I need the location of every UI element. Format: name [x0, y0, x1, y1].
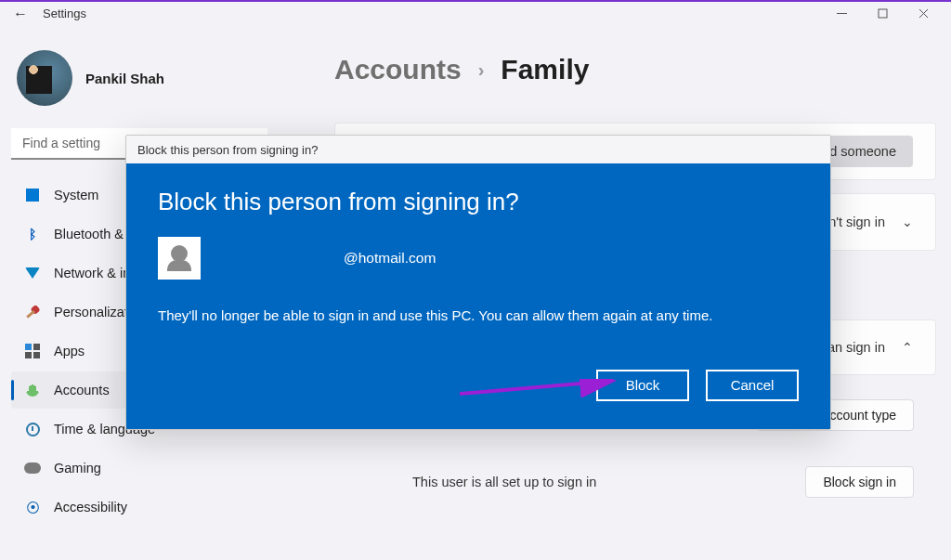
breadcrumb-current: Family	[501, 54, 589, 85]
sidebar-item-label: Gaming	[54, 461, 101, 475]
block-signin-dialog: Block this person from signing in? Block…	[125, 135, 831, 430]
block-sign-in-button[interactable]: Block sign in	[805, 466, 914, 498]
svg-rect-1	[879, 9, 887, 18]
dialog-heading: Block this person from signing in?	[158, 188, 799, 216]
breadcrumb: Accounts › Family	[334, 54, 936, 85]
sidebar-item-label: Apps	[54, 344, 85, 358]
sidebar-item-label: Accessibility	[54, 500, 127, 514]
signin-ready-row: This user is all set up to sign in Block…	[334, 455, 936, 509]
dialog-message: They'll no longer be able to sign in and…	[158, 306, 799, 327]
breadcrumb-parent[interactable]: Accounts	[334, 54, 462, 85]
user-name: Pankil Shah	[85, 71, 164, 86]
dialog-titlebar: Block this person from signing in?	[126, 136, 830, 163]
accent-line	[0, 0, 951, 2]
chevron-down-icon: ⌄	[902, 215, 913, 229]
sidebar-item-accessibility[interactable]: ⦿ Accessibility	[11, 488, 267, 526]
clock-icon	[24, 421, 41, 437]
window-titlebar: ← Settings	[0, 0, 951, 28]
app-title: Settings	[43, 7, 86, 20]
back-button[interactable]: ←	[7, 1, 33, 27]
minimize-button[interactable]	[821, 1, 862, 27]
close-icon	[918, 8, 929, 19]
dialog-user-email: @hotmail.com	[344, 250, 436, 267]
apps-icon	[24, 343, 41, 359]
search-placeholder: Find a setting	[22, 136, 100, 150]
dialog-avatar	[158, 237, 201, 280]
brush-icon	[24, 304, 41, 320]
account-icon	[24, 382, 41, 398]
wifi-icon	[24, 265, 41, 281]
bluetooth-icon: ᛒ	[24, 226, 41, 242]
sidebar-item-gaming[interactable]: Gaming	[11, 449, 267, 487]
sidebar-item-label: Accounts	[54, 383, 110, 397]
user-profile[interactable]: Pankil Shah	[11, 50, 267, 106]
accessibility-icon: ⦿	[24, 499, 41, 515]
dialog-user-row: @hotmail.com	[158, 237, 799, 280]
maximize-button[interactable]	[862, 1, 903, 27]
game-icon	[24, 460, 41, 476]
close-button[interactable]	[903, 1, 944, 27]
signin-ready-label: This user is all set up to sign in	[412, 475, 596, 489]
chevron-right-icon: ›	[478, 59, 485, 81]
maximize-icon	[878, 8, 888, 19]
dialog-cancel-button[interactable]: Cancel	[706, 370, 799, 401]
chevron-up-icon: ⌃	[902, 340, 913, 355]
avatar	[17, 50, 72, 106]
system-icon	[24, 187, 41, 203]
sidebar-item-label: System	[54, 188, 98, 202]
dialog-block-button[interactable]: Block	[596, 370, 689, 401]
minimize-icon	[837, 8, 847, 19]
